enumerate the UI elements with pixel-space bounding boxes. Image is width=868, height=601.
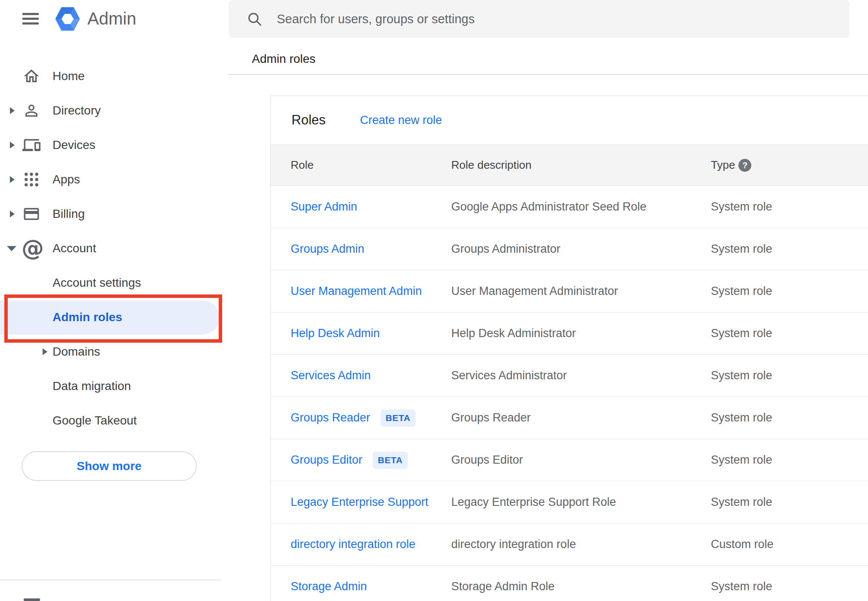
role-link[interactable]: User Management Admin (291, 285, 422, 298)
search-bar (229, 0, 849, 38)
column-header-type: Type (711, 145, 735, 186)
sidebar-item-account[interactable]: @ Account (0, 231, 229, 266)
hamburger-menu-icon[interactable] (22, 13, 39, 25)
chevron-right-icon (10, 176, 15, 183)
role-description: Storage Admin Role (451, 566, 555, 601)
role-link[interactable]: Help Desk Admin (291, 327, 380, 340)
sidebar-item-apps[interactable]: Apps (0, 162, 229, 197)
sidebar-item-label: Apps (53, 173, 80, 186)
role-description: User Management Administrator (451, 270, 618, 312)
role-description: Services Administrator (451, 355, 567, 397)
search-input[interactable] (277, 0, 832, 38)
sidebar-item-label: Account (53, 242, 96, 255)
role-type: System role (711, 313, 772, 354)
role-link[interactable]: Storage Admin (291, 580, 367, 593)
role-cell: Super Admin (291, 186, 357, 228)
role-description: Legacy Enterprise Support Role (451, 481, 616, 523)
clipped-sidebar-icon (24, 598, 40, 601)
role-type: System role (711, 270, 772, 312)
card-header: Roles Create new role (271, 96, 868, 144)
sidebar-item-data-migration[interactable]: Data migration (0, 369, 229, 403)
role-cell: Storage Admin (291, 566, 367, 601)
table-row: Super Admin Google Apps Administrator Se… (271, 186, 868, 228)
sidebar-item-directory[interactable]: Directory (0, 93, 229, 128)
sidebar-item-label: Billing (53, 207, 85, 221)
role-type: System role (711, 397, 772, 439)
breadcrumb[interactable]: Admin roles (252, 52, 316, 66)
role-type: System role (711, 355, 772, 397)
chevron-down-icon (7, 246, 16, 251)
role-cell: User Management Admin (291, 270, 422, 312)
sidebar-item-label: Devices (53, 138, 96, 152)
beta-badge: BETA (373, 452, 408, 469)
role-description: Help Desk Administrator (451, 313, 576, 354)
sidebar-item-label: Google Takeout (53, 414, 137, 428)
table-row: Services Admin Services Administrator Sy… (271, 355, 868, 397)
role-type: System role (711, 566, 772, 601)
table-row: directory integration role directory int… (271, 524, 868, 566)
header-divider (229, 74, 868, 75)
role-cell: Services Admin (291, 355, 371, 397)
role-description: Groups Editor (451, 439, 523, 481)
sidebar-item-google-takeout[interactable]: Google Takeout (0, 403, 229, 438)
sidebar-item-label: Directory (53, 104, 101, 118)
role-link[interactable]: Groups Reader (291, 411, 370, 424)
person-icon (22, 102, 40, 120)
role-description: Groups Reader (451, 397, 531, 439)
role-cell: Groups Editor BETA (291, 439, 408, 481)
sidebar-item-account-settings[interactable]: Account settings (0, 266, 229, 300)
roles-table-body: Super Admin Google Apps Administrator Se… (271, 186, 868, 601)
help-icon[interactable]: ? (738, 159, 751, 172)
sidebar-item-label: Domains (53, 345, 100, 359)
table-row: Groups Editor BETA Groups Editor System … (271, 439, 868, 481)
role-link[interactable]: Legacy Enterprise Support (291, 496, 428, 509)
card-title: Roles (291, 112, 326, 128)
role-link[interactable]: Services Admin (291, 369, 371, 382)
role-cell: Legacy Enterprise Support (291, 481, 428, 523)
show-more-button[interactable]: Show more (22, 451, 197, 481)
chevron-right-icon (10, 211, 15, 217)
sidebar-item-billing[interactable]: Billing (0, 197, 229, 231)
role-type: Custom role (711, 524, 774, 565)
role-cell: Groups Reader BETA (291, 397, 415, 439)
sidebar-item-label: Home (53, 69, 85, 83)
column-header-role: Role (291, 145, 313, 186)
sidebar-item-devices[interactable]: Devices (0, 128, 229, 162)
home-icon (22, 67, 40, 85)
chevron-right-icon (10, 142, 15, 149)
apps-grid-icon (22, 170, 40, 189)
role-link[interactable]: Super Admin (291, 200, 357, 214)
sidebar-item-label: Admin roles (53, 310, 122, 324)
table-row: Groups Admin Groups Administrator System… (271, 228, 868, 270)
role-type: System role (711, 228, 772, 270)
role-cell: directory integration role (291, 524, 415, 565)
role-type: System role (711, 439, 772, 481)
role-cell: Help Desk Admin (291, 313, 380, 354)
sidebar-item-home[interactable]: Home (0, 59, 229, 93)
role-link[interactable]: Groups Admin (291, 242, 364, 256)
chevron-right-icon (10, 107, 15, 114)
at-sign-icon: @ (22, 235, 44, 261)
role-type: System role (711, 186, 772, 228)
role-link[interactable]: Groups Editor (291, 453, 363, 467)
sidebar-item-admin-roles[interactable]: Admin roles (0, 300, 229, 335)
table-row: Groups Reader BETA Groups Reader System … (271, 397, 868, 439)
create-new-role-link[interactable]: Create new role (360, 114, 442, 127)
google-admin-console: Admin Home Directory Devices Apps (0, 0, 868, 601)
role-description: directory integration role (451, 524, 576, 565)
devices-icon (22, 136, 40, 154)
search-icon (246, 11, 263, 27)
sidebar-item-domains[interactable]: Domains (0, 335, 229, 369)
table-row: Help Desk Admin Help Desk Administrator … (271, 313, 868, 355)
sidebar-item-label: Account settings (53, 276, 141, 290)
app-title: Admin (87, 9, 136, 28)
sidebar-divider (0, 579, 221, 580)
column-header-role-description: Role description (451, 145, 531, 186)
table-header: Role Role description Type ? (271, 144, 868, 186)
table-row: Storage Admin Storage Admin Role System … (271, 566, 868, 601)
sidebar: Admin Home Directory Devices Apps (0, 0, 229, 601)
role-cell: Groups Admin (291, 228, 364, 270)
admin-logo-icon (54, 6, 81, 32)
role-link[interactable]: directory integration role (291, 538, 415, 551)
roles-card: Roles Create new role Role Role descript… (270, 96, 868, 601)
